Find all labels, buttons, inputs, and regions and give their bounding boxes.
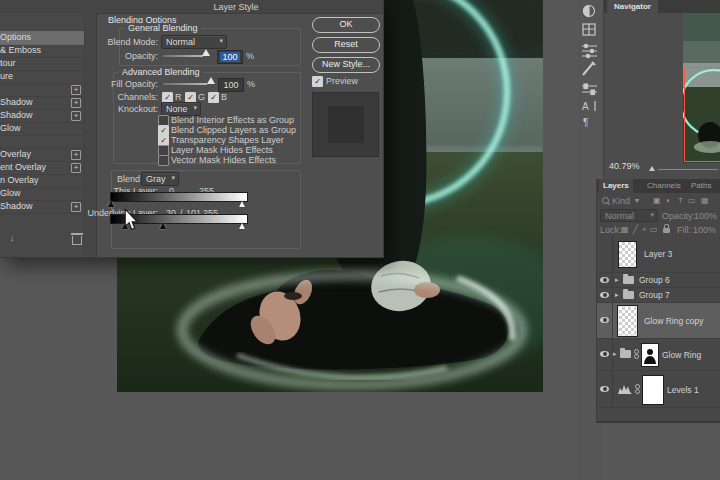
add-effect-icon[interactable]: + [71, 85, 81, 95]
filter-shape-layers-icon[interactable]: ▭ [688, 196, 696, 205]
styles-list: Options & Emboss tour ure + Shadow+ Shad… [0, 13, 84, 257]
expand-icon[interactable]: ▸ [615, 276, 619, 284]
mask-link-icon[interactable] [634, 349, 639, 359]
filter-adjustment-layers-icon[interactable]: ◐ [666, 196, 671, 205]
layer-opacity-value[interactable]: 100% [694, 211, 717, 221]
lock-transparency-icon[interactable]: ▦ [621, 225, 629, 234]
filter-pixel-layers-icon[interactable]: ▣ [653, 196, 661, 205]
style-item-inner-shadow[interactable]: Shadow+ [0, 96, 84, 110]
style-item-satin[interactable] [0, 135, 84, 149]
opacity-slider-thumb[interactable] [202, 49, 210, 56]
visibility-toggle[interactable] [597, 235, 613, 272]
lock-position-icon[interactable]: + [642, 225, 647, 234]
this-layer-black-handle[interactable] [108, 201, 114, 207]
style-item-inner-shadow-2[interactable]: Shadow+ [0, 109, 84, 123]
add-effect-icon[interactable]: + [71, 111, 81, 121]
tab-channels[interactable]: Channels [643, 179, 685, 193]
filter-type-layers-icon[interactable]: T [678, 196, 683, 205]
layer-row-glow-ring[interactable]: ▸ Glow Ring [597, 339, 720, 371]
ok-button[interactable]: OK [312, 17, 380, 33]
style-item-gradient-overlay[interactable]: ent Overlay+ [0, 161, 84, 175]
visibility-toggle[interactable] [597, 371, 613, 407]
style-item-color-overlay[interactable]: Overlay+ [0, 148, 84, 162]
expand-icon[interactable]: ▸ [615, 291, 619, 299]
fill-opacity-field[interactable]: 100 [218, 78, 244, 92]
add-effect-icon[interactable]: + [71, 150, 81, 160]
eye-icon [600, 317, 609, 323]
style-item-outer-glow[interactable]: Glow [0, 187, 84, 201]
lock-artboard-icon[interactable]: ▭ [650, 225, 658, 234]
lock-paint-icon[interactable]: ╱ [633, 225, 638, 234]
layer-mask-thumbnail[interactable] [641, 343, 659, 367]
layer-row-group6[interactable]: ▸ Group 6 [597, 273, 720, 288]
style-item-texture[interactable]: ure [0, 70, 84, 84]
style-item-blending-options[interactable]: Options [0, 31, 84, 45]
folder-icon [623, 276, 634, 284]
mask-link-icon[interactable] [635, 384, 640, 394]
navigator-zoom-out-icon[interactable] [649, 166, 655, 171]
visibility-toggle[interactable] [597, 288, 613, 302]
style-item-pattern-overlay[interactable]: n Overlay [0, 174, 84, 188]
layer-thumbnail[interactable] [618, 241, 637, 268]
blend-interior-label: Blend Interior Effects as Group [171, 115, 294, 125]
blend-mode-select[interactable]: Normal ▾ [161, 35, 227, 49]
style-item-bevel-emboss[interactable]: & Emboss [0, 44, 84, 58]
opacity-slider[interactable] [163, 55, 203, 57]
paragraph-panel-icon: ¶ [583, 117, 588, 128]
add-effect-icon[interactable]: + [71, 163, 81, 173]
channel-r-label: R [175, 92, 182, 102]
style-item-drop-shadow[interactable]: Shadow+ [0, 200, 84, 214]
percent-sign: % [246, 51, 254, 61]
layer-row-layer3[interactable]: Layer 3 [597, 235, 720, 273]
blend-if-select[interactable]: Gray ▾ [141, 172, 179, 186]
navigator-viewbox[interactable] [684, 67, 720, 162]
eye-icon [600, 351, 609, 357]
layer-row-levels1[interactable]: Levels 1 [597, 371, 720, 408]
vector-mask-hides-checkbox[interactable] [158, 155, 169, 166]
tab-navigator[interactable]: Navigator [607, 0, 658, 13]
tab-layers[interactable]: Layers [599, 179, 633, 193]
new-style-button[interactable]: New Style... [312, 57, 380, 73]
visibility-toggle[interactable] [597, 303, 613, 338]
fill-opacity-slider-thumb[interactable] [207, 77, 215, 84]
style-item-contour[interactable]: tour [0, 57, 84, 71]
styles-scrollbar[interactable] [84, 13, 97, 257]
visibility-toggle[interactable] [597, 339, 613, 370]
move-effect-down-icon[interactable]: ↓ [10, 233, 15, 243]
underlying-white-handle[interactable] [239, 223, 245, 229]
tab-paths[interactable]: Paths [687, 179, 715, 193]
navigator-zoom-field[interactable]: 40.79% [609, 161, 640, 171]
fill-value[interactable]: 100% [693, 225, 716, 235]
layer-thumbnail[interactable] [618, 306, 637, 336]
delete-effect-icon[interactable] [72, 236, 82, 245]
navigator-zoom-slider[interactable] [658, 169, 718, 170]
layer-row-group7[interactable]: ▸ Group 7 [597, 288, 720, 303]
this-layer-gradient[interactable] [110, 192, 248, 202]
filter-smart-objects-icon[interactable]: ▦ [701, 196, 709, 205]
preview-checkbox[interactable]: ✓ [312, 76, 323, 87]
eye-icon [600, 292, 609, 298]
knockout-select[interactable]: None ▾ [161, 102, 201, 116]
chevron-down-icon: ▾ [171, 174, 175, 182]
adjustment-mask-thumbnail[interactable] [642, 375, 664, 405]
chevron-down-icon: ▾ [193, 104, 197, 112]
lock-all-icon[interactable] [663, 228, 670, 233]
reset-button[interactable]: Reset [312, 37, 380, 53]
opacity-field[interactable]: 100 [217, 50, 243, 64]
add-effect-icon[interactable]: + [71, 98, 81, 108]
layer-blend-mode-select[interactable]: Normal ▾ [600, 209, 658, 222]
this-layer-white-handle[interactable] [239, 201, 245, 207]
style-preview-thumbnail [312, 92, 379, 157]
dialog-titlebar[interactable]: Layer Style [0, 0, 383, 14]
layer-row-glow-ring-copy[interactable]: Glow Ring copy [597, 303, 720, 339]
layer-mask-hides-label: Layer Mask Hides Effects [171, 145, 273, 155]
visibility-toggle[interactable] [597, 273, 613, 287]
fill-opacity-slider[interactable] [163, 83, 207, 85]
underlying-black-handle-right[interactable] [160, 223, 166, 229]
type-panel-icon: A [582, 101, 589, 112]
expand-icon[interactable]: ▸ [613, 350, 617, 358]
channel-b-checkbox[interactable]: ✓ [208, 92, 219, 103]
layer-filter-kind[interactable]: Kind [612, 196, 630, 206]
style-item-inner-glow[interactable]: Glow [0, 122, 84, 136]
style-item-stroke[interactable]: + [0, 83, 84, 97]
